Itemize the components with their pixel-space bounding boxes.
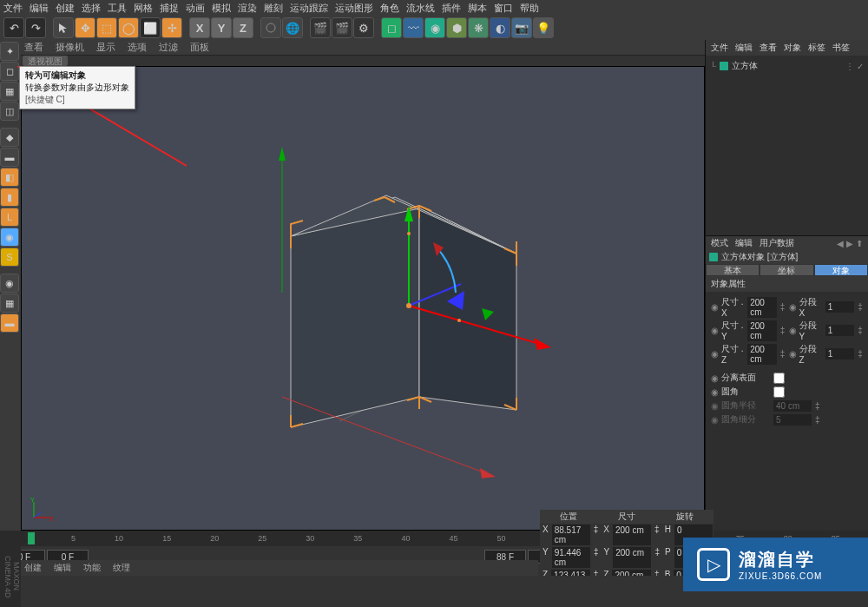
point-mode-button[interactable]: ◆ [0, 128, 19, 147]
attr-tab-object[interactable]: 对象 [814, 264, 868, 276]
deformer-button[interactable]: ❋ [468, 17, 489, 38]
light-button[interactable]: 💡 [533, 17, 554, 38]
nurbs-button[interactable]: ◉ [424, 17, 445, 38]
svg-point-0 [266, 23, 275, 32]
svg-text:Y: Y [30, 497, 35, 503]
make-editable-button[interactable]: ✦ [0, 42, 19, 61]
menu-mograph[interactable]: 运动图形 [335, 2, 373, 15]
scale-tool-button[interactable]: ⬚ [96, 17, 117, 38]
render-settings-button[interactable]: ⚙ [353, 17, 374, 38]
tooltip-make-editable: 转为可编辑对象 转换参数对象由多边形对象 [快捷键 C] [19, 66, 135, 109]
right-panel: 文件 编辑 查看 对象 标签 书签 └ 立方体 ⋮ ✓ 模式 编辑 用户数据 ◀… [705, 40, 868, 531]
attr-mode[interactable]: 模式 [711, 237, 728, 249]
generator-button[interactable]: ⬢ [446, 17, 467, 38]
viewport-tab[interactable]: 透视视图 [23, 56, 68, 66]
coordinate-button[interactable] [260, 17, 281, 38]
attr-row-radius: ◉圆角半径40 cm‡ [711, 399, 863, 412]
menu-help[interactable]: 帮助 [520, 2, 539, 15]
recent-tool-button[interactable]: ⬜ [140, 17, 161, 38]
menu-pipeline[interactable]: 流水线 [406, 2, 435, 15]
vp-menu-panel[interactable]: 面板 [190, 41, 209, 54]
attr-object-title: 立方体对象 [立方体] [706, 250, 868, 264]
redo-button[interactable]: ↷ [25, 17, 46, 38]
vp-menu-camera[interactable]: 摄像机 [56, 41, 84, 54]
z-axis-button[interactable]: Z [233, 17, 253, 38]
vp-menu-view[interactable]: 查看 [24, 41, 43, 54]
object-tree[interactable]: └ 立方体 ⋮ ✓ [706, 56, 868, 235]
camera-button[interactable]: 📷 [511, 17, 532, 38]
attr-userdata[interactable]: 用户数据 [760, 237, 794, 249]
menu-window[interactable]: 窗口 [494, 2, 513, 15]
mat-create[interactable]: 创建 [24, 562, 42, 574]
environment-button[interactable]: ◐ [490, 17, 510, 38]
grid-button[interactable]: ▦ [0, 294, 19, 313]
move-tool-button[interactable]: ✥ [75, 17, 95, 38]
locked-tool-button[interactable]: ✢ [161, 17, 182, 38]
om-tags[interactable]: 标签 [808, 42, 825, 54]
model-mode-button[interactable]: ◻ [0, 62, 19, 81]
object-item-cube[interactable]: └ 立方体 ⋮ ✓ [709, 59, 865, 73]
timeline-playhead[interactable] [28, 532, 35, 544]
viewport-solo-button[interactable]: ◉ [0, 274, 19, 293]
snap-button[interactable]: S [0, 247, 19, 267]
mat-function[interactable]: 功能 [83, 562, 101, 574]
undo-button[interactable]: ↶ [3, 17, 24, 38]
attr-fillet-checkbox[interactable] [773, 386, 785, 398]
menu-sculpt[interactable]: 雕刻 [264, 2, 283, 15]
spline-button[interactable]: 〰 [403, 17, 424, 38]
menu-file[interactable]: 文件 [3, 2, 23, 15]
tooltip-hotkey: [快捷键 C] [25, 94, 129, 106]
om-file[interactable]: 文件 [711, 42, 728, 54]
object-label: 立方体 [732, 60, 758, 72]
render-region-button[interactable]: 🎬 [332, 17, 352, 38]
menu-script[interactable]: 脚本 [468, 2, 487, 15]
attr-tab-basic[interactable]: 基本 [706, 264, 760, 276]
menu-plugins[interactable]: 插件 [442, 2, 461, 15]
edge-mode-button[interactable]: ▬ [0, 148, 19, 167]
menu-mesh[interactable]: 网格 [134, 2, 153, 15]
menu-snap[interactable]: 捕捉 [160, 2, 179, 15]
world-button[interactable]: 🌐 [282, 17, 303, 38]
vp-menu-filter[interactable]: 过滤 [159, 41, 178, 54]
tweak-button[interactable]: ◉ [0, 228, 19, 247]
attr-edit[interactable]: 编辑 [735, 237, 753, 249]
y-axis-button[interactable]: Y [211, 17, 232, 38]
om-view[interactable]: 查看 [760, 42, 777, 54]
svg-line-25 [34, 512, 41, 518]
attr-menubar: 模式 编辑 用户数据 ◀ ▶ ⬆ [706, 236, 868, 250]
menu-edit[interactable]: 编辑 [30, 2, 49, 15]
tick: 10 [115, 534, 123, 543]
axis-button[interactable]: L [0, 208, 19, 227]
attr-row-sizey: ◉尺寸 . Y200 cm‡◉分段 Y1‡ [711, 319, 863, 342]
workplane-button[interactable]: ◫ [0, 102, 19, 121]
om-bookmarks[interactable]: 书签 [832, 42, 850, 54]
om-edit[interactable]: 编辑 [735, 42, 753, 54]
attr-nav-icons[interactable]: ◀ ▶ ⬆ [837, 239, 863, 248]
attr-separate-checkbox[interactable] [773, 373, 785, 384]
vp-menu-display[interactable]: 显示 [96, 41, 115, 54]
om-objects[interactable]: 对象 [784, 42, 801, 54]
menu-select[interactable]: 选择 [82, 2, 101, 15]
render-view-button[interactable]: 🎬 [310, 17, 331, 38]
mat-texture[interactable]: 纹理 [113, 562, 130, 574]
menu-render[interactable]: 渲染 [238, 2, 257, 15]
menu-character[interactable]: 角色 [380, 2, 399, 15]
menu-tools[interactable]: 工具 [108, 2, 127, 15]
vp-menu-options[interactable]: 选项 [128, 41, 147, 54]
svg-point-20 [406, 303, 411, 308]
ground-button[interactable]: ▬ [0, 313, 19, 333]
polygon-mode-button[interactable]: ◧ [0, 168, 19, 187]
attr-properties: ◉尺寸 . X200 cm‡◉分段 X1‡ ◉尺寸 . Y200 cm‡◉分段 … [706, 292, 868, 430]
x-axis-button[interactable]: X [189, 17, 210, 38]
rotate-tool-button[interactable]: ◯ [118, 17, 139, 38]
primitive-button[interactable]: ◻ [381, 17, 402, 38]
texture-mode-button[interactable]: ▦ [0, 82, 19, 101]
uv-polygon-button[interactable]: ▮ [0, 188, 19, 207]
menu-create[interactable]: 创建 [56, 2, 75, 15]
menu-tracker[interactable]: 运动跟踪 [290, 2, 328, 15]
attr-tab-coord[interactable]: 坐标 [760, 264, 813, 276]
mat-edit[interactable]: 编辑 [54, 562, 71, 574]
menu-simulate[interactable]: 模拟 [212, 2, 231, 15]
menu-animate[interactable]: 动画 [186, 2, 205, 15]
select-tool-button[interactable] [53, 17, 74, 38]
